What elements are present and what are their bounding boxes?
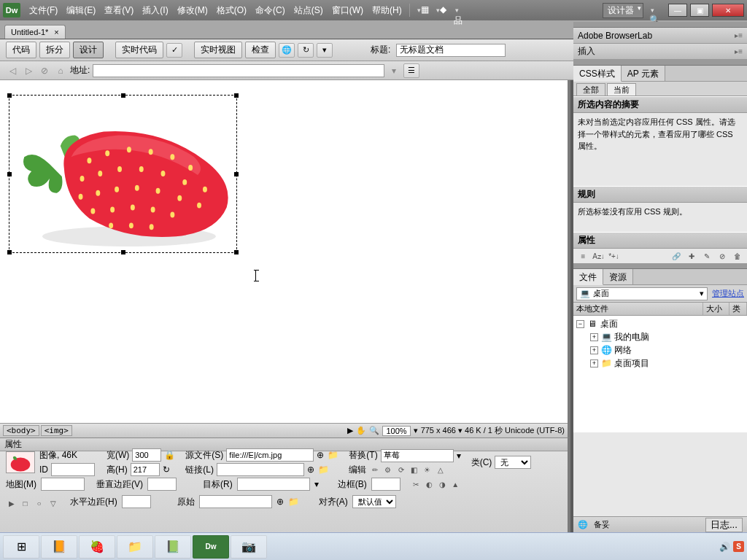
contrast-tool-icon[interactable]: ◑ [437, 479, 448, 490]
close-button[interactable]: ✕ [712, 4, 744, 17]
live-view-button[interactable]: 实时视图 [194, 42, 242, 58]
manage-sites-link[interactable]: 管理站点 [712, 288, 744, 299]
tab-close-icon[interactable]: × [54, 28, 58, 36]
tag-body[interactable]: <body> [3, 425, 39, 436]
type-column[interactable]: 类 [729, 303, 747, 315]
globe-icon[interactable]: 🌐 [279, 43, 295, 58]
resample-icon[interactable]: ◧ [409, 464, 419, 475]
menu-view[interactable]: 查看(V) [100, 4, 138, 17]
tree-root[interactable]: − 🖥 桌面 [575, 317, 746, 330]
class-select[interactable]: 无 [495, 456, 531, 469]
menu-site[interactable]: 站点(S) [290, 4, 328, 17]
design-view-button[interactable]: 设计 [73, 42, 104, 58]
oval-hotspot-icon[interactable]: ○ [34, 498, 44, 509]
assets-tab[interactable]: 资源 [603, 269, 633, 284]
panel-grip[interactable] [573, 22, 747, 28]
menu-window[interactable]: 窗口(W) [328, 4, 368, 17]
hand-icon[interactable]: ✋ [356, 426, 366, 435]
list-icon[interactable]: ☰ [403, 63, 419, 78]
zoom-dropdown-icon[interactable]: ▾ [414, 426, 418, 435]
point-to-file-icon[interactable]: ⊕ [307, 464, 314, 475]
collapse-icon[interactable]: ▸≡ [735, 31, 743, 39]
address-dropdown-icon[interactable]: ▾ [387, 64, 400, 77]
browse-folder-icon[interactable]: 📁 [317, 464, 329, 475]
sharpen-tool-icon[interactable]: ▲ [450, 479, 461, 490]
resize-handle[interactable] [7, 172, 12, 176]
selected-image[interactable] [9, 95, 237, 253]
edit-settings-icon[interactable]: ⚙ [382, 464, 393, 475]
panel-grip[interactable] [573, 60, 747, 66]
stop-icon[interactable]: ⊘ [38, 64, 51, 77]
delete-rule-icon[interactable]: 🗑 [732, 251, 743, 262]
tree-item[interactable]: + 🌐 网络 [575, 343, 746, 357]
site-dropdown[interactable]: 桌面▾ [576, 287, 708, 300]
set-view-icon[interactable]: *+↓ [608, 251, 619, 262]
link-input[interactable] [217, 463, 304, 476]
menu-insert[interactable]: 插入(I) [138, 4, 172, 17]
title-input[interactable] [396, 44, 506, 57]
height-input[interactable] [131, 463, 160, 476]
pointer-tool-icon[interactable]: ▶ [6, 498, 17, 509]
reset-size-icon[interactable]: ↻ [163, 464, 170, 475]
resize-handle[interactable] [234, 93, 239, 98]
browse-folder-icon[interactable]: 📁 [327, 449, 338, 461]
dropdown-icon[interactable]: ▾ [457, 451, 461, 461]
resize-handle[interactable] [7, 250, 12, 254]
expand-icon[interactable]: + [590, 333, 598, 341]
src-input[interactable] [226, 448, 314, 462]
size-column[interactable]: 大小 [703, 303, 729, 315]
alt-input[interactable] [381, 449, 454, 462]
task-app2[interactable]: 📗 [155, 535, 191, 559]
align-select[interactable]: 默认值 [352, 495, 396, 508]
rect-hotspot-icon[interactable]: □ [20, 498, 31, 509]
sharpen-icon[interactable]: △ [435, 464, 446, 475]
local-files-column[interactable]: 本地文件 [573, 303, 703, 315]
expand-icon[interactable]: + [590, 359, 598, 368]
insert-panel-header[interactable]: 插入 ▸≡ [573, 44, 747, 60]
resize-handle[interactable] [234, 250, 239, 254]
panel-grip[interactable] [573, 263, 747, 269]
task-app[interactable]: 🍓 [79, 535, 115, 559]
menu-file[interactable]: 文件(F) [25, 4, 62, 17]
current-subtab[interactable]: 当前 [607, 83, 636, 96]
task-dreamweaver[interactable]: Dw [193, 535, 229, 559]
menu-format[interactable]: 格式(O) [212, 4, 251, 17]
code-view-button[interactable]: 代码 [6, 42, 36, 58]
menu-help[interactable]: 帮助(H) [368, 4, 406, 17]
resize-handle[interactable] [7, 93, 12, 98]
all-subtab[interactable]: 全部 [576, 83, 605, 96]
collapse-icon[interactable]: − [576, 320, 584, 328]
width-input[interactable] [132, 448, 161, 462]
crop-tool-icon[interactable]: ✂ [411, 479, 422, 490]
edit-ps-icon[interactable]: ✏ [369, 464, 380, 475]
target-input[interactable] [237, 478, 310, 491]
attach-css-icon[interactable]: 🔗 [670, 251, 681, 262]
log-button[interactable]: 日志... [705, 518, 743, 532]
resize-handle[interactable] [234, 172, 239, 176]
browse-folder-icon[interactable]: 📁 [288, 496, 300, 508]
workspace-dropdown[interactable]: 设计器 [603, 3, 643, 18]
id-input[interactable] [51, 463, 95, 476]
menu-edit[interactable]: 编辑(E) [62, 4, 100, 17]
site-icon[interactable]: 品 [454, 4, 467, 16]
file-tree[interactable]: − 🖥 桌面 + 💻 我的电脑 + 🌐 网络 + 📁 桌面项目 [573, 316, 747, 432]
menu-modify[interactable]: 修改(M) [173, 4, 212, 17]
brightness-icon[interactable]: ☀ [422, 464, 433, 475]
crop-icon[interactable]: ⟳ [395, 464, 406, 475]
start-button[interactable]: ⊞ [3, 535, 39, 559]
home-icon[interactable]: ⌂ [54, 64, 67, 77]
zoom-value[interactable]: 100% [382, 426, 410, 436]
collapse-icon[interactable]: ▸≡ [735, 47, 743, 55]
new-rule-icon[interactable]: ✚ [686, 251, 697, 262]
search-icon[interactable]: 🔍 [649, 4, 662, 16]
browserlab-panel-header[interactable]: Adobe BrowserLab ▸≡ [573, 28, 747, 44]
task-camera[interactable]: 📷 [231, 535, 267, 559]
extension-icon[interactable]: ◆ [435, 4, 448, 16]
maximize-button[interactable]: ▣ [690, 4, 709, 17]
files-tab[interactable]: 文件 [573, 269, 603, 285]
back-icon[interactable]: ◁ [6, 64, 19, 77]
map-input[interactable] [41, 478, 85, 491]
tree-item[interactable]: + 📁 桌面项目 [575, 357, 746, 370]
design-canvas[interactable]: <body> <img> ▶ ✋ 🔍 100% ▾ 775 x 466 ▾ 46… [0, 80, 570, 438]
task-powerpoint[interactable]: 📙 [41, 535, 77, 559]
